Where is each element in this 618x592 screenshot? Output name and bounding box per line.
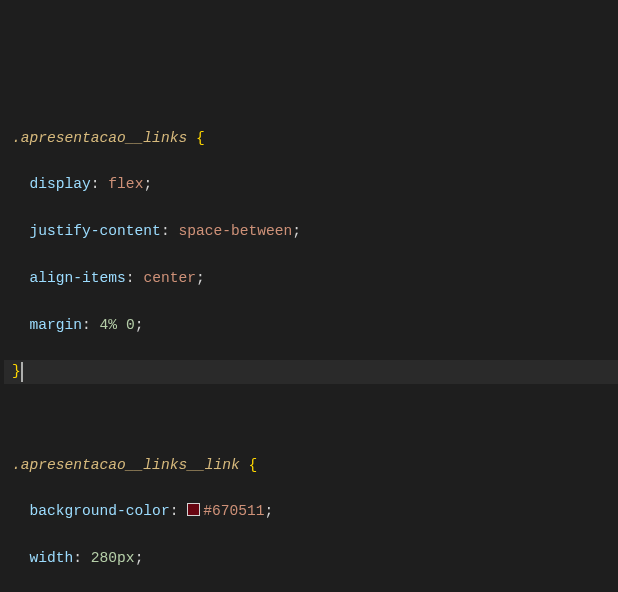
colon: : [91, 176, 100, 192]
code-line[interactable]: width: 280px; [4, 547, 618, 570]
colon: : [161, 223, 170, 239]
colon: : [126, 270, 135, 286]
css-selector: .apresentacao__links__link [12, 457, 240, 473]
css-property: width [30, 550, 74, 566]
css-number: 4% [100, 317, 118, 333]
close-brace: } [12, 363, 21, 379]
text-cursor [21, 362, 23, 382]
colon: : [73, 550, 82, 566]
code-line-active[interactable]: } [4, 360, 618, 383]
semicolon: ; [135, 550, 144, 566]
colon: : [82, 317, 91, 333]
semicolon: ; [264, 503, 273, 519]
colon: : [170, 503, 179, 519]
css-selector: .apresentacao__links [12, 130, 187, 146]
css-value: #670511 [203, 503, 264, 519]
semicolon: ; [135, 317, 144, 333]
code-line[interactable]: .apresentacao__links__link { [4, 454, 618, 477]
code-editor[interactable]: .apresentacao__links { display: flex; ju… [0, 93, 618, 592]
semicolon: ; [143, 176, 152, 192]
color-swatch[interactable] [187, 503, 200, 516]
css-property: justify-content [30, 223, 161, 239]
css-property: align-items [30, 270, 126, 286]
code-line[interactable]: margin: 4% 0; [4, 314, 618, 337]
code-line[interactable]: align-items: center; [4, 267, 618, 290]
css-number: 280px [91, 550, 135, 566]
css-property: background-color [30, 503, 170, 519]
code-line[interactable]: .apresentacao__links { [4, 127, 618, 150]
open-brace: { [248, 457, 257, 473]
css-number: 0 [126, 317, 135, 333]
code-line[interactable]: display: flex; [4, 173, 618, 196]
code-line-blank[interactable] [4, 407, 618, 430]
code-line[interactable]: justify-content: space-between; [4, 220, 618, 243]
semicolon: ; [196, 270, 205, 286]
css-value: flex [108, 176, 143, 192]
open-brace: { [196, 130, 205, 146]
code-line[interactable]: background-color: #670511; [4, 500, 618, 523]
css-value: space-between [178, 223, 292, 239]
css-property: display [30, 176, 91, 192]
css-property: margin [30, 317, 83, 333]
css-value: center [143, 270, 196, 286]
semicolon: ; [292, 223, 301, 239]
